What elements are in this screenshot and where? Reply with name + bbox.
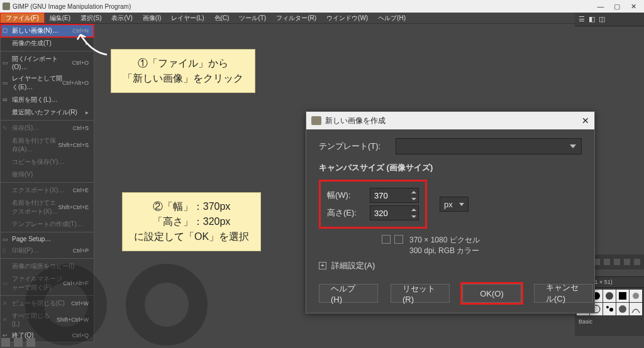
landscape-icon[interactable] (394, 235, 403, 244)
svg-point-7 (609, 308, 613, 312)
menubar: ファイル(F) 編集(E) 選択(S) 表示(V) 画像(I) レイヤー(L) … (0, 13, 644, 24)
canvas-meta: 370 × 1080 ピクセル 300 dpi, RGB カラー (382, 235, 582, 256)
menu-edit[interactable]: 編集(E) (45, 13, 75, 23)
brush-thumb[interactable] (616, 290, 629, 302)
menu-item-save-as[interactable]: 名前を付けて保存(A)…Shift+Ctrl+S (1, 134, 94, 156)
menu-image[interactable]: 画像(I) (138, 13, 166, 23)
menu-item-export[interactable]: エクスポート(X)…Ctrl+E (1, 184, 94, 197)
dialog-titlebar[interactable]: 新しい画像を作成 ✕ (306, 112, 594, 129)
menu-item-page-setup[interactable]: ▭Page Setup… (1, 234, 94, 244)
menu-window[interactable]: ウインドウ(W) (321, 13, 373, 23)
toolbox-icon[interactable] (26, 338, 35, 347)
menu-layer[interactable]: レイヤー(L) (166, 13, 209, 23)
window-close-button[interactable]: ✕ (625, 3, 641, 11)
canvas-size-section-label: キャンバスサイズ (画像サイズ) (319, 162, 582, 173)
height-value: 320 (374, 209, 388, 218)
dimensions-highlighted-group: 幅(W): 370 高さ(E): 320 (319, 180, 427, 229)
cancel-button[interactable]: キャンセル(C) (534, 284, 593, 303)
brush-thumb[interactable] (630, 290, 642, 302)
help-button[interactable]: ヘルプ(H) (319, 284, 378, 303)
tool-icon[interactable] (634, 259, 640, 265)
canvas-dpi-mode: 300 dpi, RGB カラー (409, 246, 480, 256)
window-maximize-button[interactable]: ▢ (609, 3, 625, 11)
height-input[interactable]: 320 (370, 205, 419, 220)
spin-down-icon[interactable] (409, 195, 418, 202)
toolbox-icon[interactable] (1, 338, 10, 347)
paths-icon[interactable]: ◫ (599, 15, 605, 23)
menu-item-create-template[interactable]: テンプレートの作成(T)… (1, 218, 94, 231)
menu-view[interactable]: 表示(V) (106, 13, 137, 23)
menu-item-save[interactable]: ✎保存(S)…Ctrl+S (1, 122, 94, 134)
new-image-dialog: 新しい画像を作成 ✕ テンプレート(T): キャンバスサイズ (画像サイズ) 幅… (306, 111, 595, 313)
brush-thumb[interactable] (616, 303, 629, 315)
width-label: 幅(W): (327, 190, 364, 201)
svg-rect-3 (619, 292, 626, 300)
spin-up-icon[interactable] (409, 188, 418, 195)
annotation-step1: ①「ファイル」から 「新しい画像」をクリック (111, 49, 255, 93)
annotation-step2: ②「幅」：370px 「高さ」：320px に設定して「OK」を選択 (122, 192, 261, 251)
menu-item-label: 新しい画像(N)… (12, 26, 58, 35)
brush-thumb[interactable] (630, 303, 642, 315)
menu-item-open-as-layer[interactable]: ▭レイヤーとして開く(E)…Ctrl+Alt+O (1, 72, 94, 94)
svg-point-4 (633, 293, 639, 299)
gimp-wilber-icon (311, 116, 321, 125)
menu-item-revert[interactable]: 復帰(V) (1, 168, 94, 181)
spin-up-icon[interactable] (409, 206, 418, 213)
width-value: 370 (374, 191, 388, 200)
dialog-title: 新しい画像を作成 (325, 116, 386, 126)
tool-icon[interactable] (624, 259, 630, 265)
titlebar: GIMP (GNU Image Manipulation Program) — … (0, 0, 644, 13)
template-select[interactable] (396, 138, 582, 155)
menu-item-recent[interactable]: 最近開いたファイル(R)▸ (1, 106, 94, 119)
document-icon: ☐ (3, 28, 8, 34)
menu-tools[interactable]: ツール(T) (234, 13, 271, 23)
advanced-options-toggle[interactable]: + 詳細設定(A) (319, 260, 582, 271)
ok-button[interactable]: OK(O) (462, 284, 521, 303)
dialog-close-button[interactable]: ✕ (582, 116, 589, 126)
menu-select[interactable]: 選択(S) (75, 13, 106, 23)
menu-item-label: 画像の生成(T) (12, 39, 52, 48)
unit-select[interactable]: px (440, 197, 469, 212)
window-minimize-button[interactable]: — (592, 3, 609, 10)
menu-color[interactable]: 色(C) (209, 13, 235, 23)
bottom-left-toolbox (1, 338, 35, 347)
portrait-icon[interactable] (382, 235, 391, 244)
annotation-arrow (75, 28, 110, 57)
brush-thumb[interactable] (603, 303, 616, 315)
advanced-options-label: 詳細設定(A) (331, 260, 375, 271)
width-input[interactable]: 370 (370, 188, 419, 203)
template-label: テンプレート(T): (319, 141, 388, 152)
canvas-pixel-size: 370 × 1080 ピクセル (409, 235, 480, 246)
svg-point-2 (606, 292, 613, 300)
channels-icon[interactable]: ◧ (589, 15, 595, 23)
menu-filters[interactable]: フィルター(R) (271, 13, 321, 23)
expand-icon: + (319, 262, 326, 269)
menu-item-print[interactable]: ⎙印刷(P)…Ctrl+P (1, 244, 94, 257)
svg-point-6 (606, 306, 609, 308)
app-logo-icon (3, 3, 10, 10)
brush-panel-footer: Basic (575, 317, 644, 326)
menu-help[interactable]: ヘルプ(H) (373, 13, 411, 23)
reset-button[interactable]: リセット(R) (391, 284, 450, 303)
tool-icon[interactable] (604, 259, 610, 265)
menu-item-open-location[interactable]: ✉場所を開く(L)… (1, 94, 94, 106)
menu-file[interactable]: ファイル(F) (0, 13, 45, 23)
tool-icon[interactable] (614, 259, 620, 265)
toolbox-icon[interactable] (14, 338, 23, 347)
menu-item-save-copy[interactable]: コピーを保存(Y)… (1, 156, 94, 168)
spin-down-icon[interactable] (409, 213, 418, 220)
layers-icon[interactable]: ☰ (579, 15, 585, 23)
app-title: GIMP (GNU Image Manipulation Program) (13, 3, 131, 10)
svg-point-8 (619, 305, 626, 313)
menu-item-export-as[interactable]: 名前を付けてエクスポート(X)…Shift+Ctrl+E (1, 197, 94, 218)
height-label: 高さ(E): (327, 207, 364, 219)
right-toolbar-tabs: ☰ ◧ ◫ (575, 13, 644, 26)
brush-thumb[interactable] (603, 290, 616, 302)
